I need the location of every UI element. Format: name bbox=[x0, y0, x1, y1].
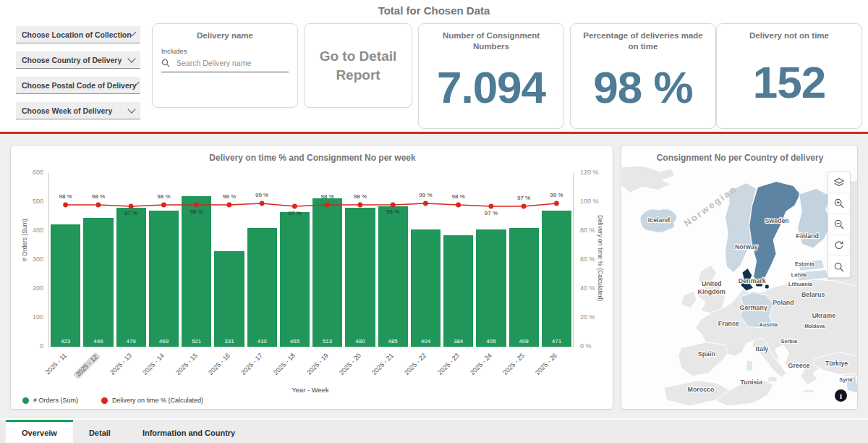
map-country-label: Moldova bbox=[804, 324, 825, 329]
point-value-label: 98 % bbox=[218, 193, 240, 200]
kpi-delivery-not-on-time: Delivery not on time 152 bbox=[716, 23, 862, 129]
point-value-label: 98 % bbox=[317, 193, 339, 200]
line-point[interactable] bbox=[358, 203, 363, 208]
x-tick-label[interactable]: 2025 - 13 bbox=[98, 352, 133, 387]
line-point[interactable] bbox=[161, 203, 166, 208]
line-series bbox=[49, 173, 573, 347]
x-tick-label[interactable]: 2025 - 16 bbox=[195, 352, 231, 387]
delivery-name-search-input[interactable] bbox=[175, 58, 286, 68]
x-tick-label[interactable]: 2025 - 15 bbox=[163, 352, 198, 387]
x-tick-label[interactable]: 2025 - 14 bbox=[130, 352, 166, 387]
line-point[interactable] bbox=[227, 203, 232, 208]
tab-detail[interactable]: Detail bbox=[73, 420, 127, 443]
x-tick-label[interactable]: 2025 - 22 bbox=[392, 352, 427, 387]
point-value-label: 97 % bbox=[284, 210, 305, 216]
filter-label: Choose Country of Delivery bbox=[22, 56, 122, 64]
filter-label: Choose Week of Delivery bbox=[22, 106, 112, 115]
left-axis-tick: 100 bbox=[14, 314, 43, 321]
legend-item-orders[interactable]: # Orders (Sum) bbox=[22, 397, 78, 404]
sheet-tabbar: Overveiw Detail Information and Country bbox=[0, 418, 868, 443]
map-panel: Consignment No per Country of delivery bbox=[621, 145, 858, 410]
filter-postal-code-of-delivery[interactable]: Choose Postal Code of Delivery bbox=[16, 77, 140, 94]
reset-view-icon[interactable] bbox=[828, 235, 850, 256]
map-country-label: Greece bbox=[788, 362, 810, 369]
layers-icon[interactable] bbox=[828, 172, 850, 193]
point-value-label: 97 % bbox=[120, 210, 142, 216]
line-point[interactable] bbox=[129, 204, 134, 209]
delivery-name-title: Delivery name bbox=[153, 24, 297, 41]
line-point[interactable] bbox=[391, 203, 396, 208]
line-point[interactable] bbox=[522, 204, 527, 209]
point-value-label: 99 % bbox=[545, 192, 567, 198]
line-point[interactable] bbox=[554, 201, 559, 206]
line-point[interactable] bbox=[325, 203, 330, 208]
tab-label: Detail bbox=[89, 429, 111, 437]
line-point[interactable] bbox=[96, 203, 101, 208]
x-tick-label[interactable]: 2025 - 17 bbox=[229, 352, 264, 387]
line-point[interactable] bbox=[292, 204, 297, 209]
go-to-detail-report-label: Go to Detail Report bbox=[305, 47, 412, 84]
search-icon[interactable] bbox=[828, 256, 850, 277]
denmark-islands[interactable] bbox=[765, 284, 769, 289]
map-country-label: France bbox=[718, 320, 739, 327]
right-axis-tick: 120 % bbox=[580, 169, 615, 176]
x-tick-label[interactable]: 2025 - 18 bbox=[261, 352, 297, 387]
left-axis-tick: 200 bbox=[14, 285, 43, 292]
x-tick-label[interactable]: 2025 - 23 bbox=[425, 352, 460, 387]
x-tick-label[interactable]: 2025 - 26 bbox=[523, 352, 558, 387]
x-tick-label[interactable]: 2025 - 24 bbox=[457, 352, 493, 387]
kpi-value: 7.094 bbox=[419, 52, 563, 128]
x-tick-label[interactable]: 2025 - 21 bbox=[359, 352, 395, 387]
tab-overview[interactable]: Overveiw bbox=[6, 420, 73, 443]
tab-information-and-country[interactable]: Information and Country bbox=[127, 420, 251, 443]
x-tick-label[interactable]: 2025 - 11 bbox=[32, 352, 67, 387]
kpi-value: 152 bbox=[717, 41, 861, 128]
filter-location-of-collection[interactable]: Choose Location of Collection bbox=[16, 26, 140, 43]
line-point[interactable] bbox=[423, 201, 428, 206]
map-country-label: Poland bbox=[773, 299, 793, 306]
point-value-label: 98 % bbox=[382, 208, 404, 215]
x-tick-label[interactable]: 2025 - 25 bbox=[490, 352, 526, 387]
map-country-label: Italy bbox=[756, 345, 769, 353]
left-axis-tick: 300 bbox=[14, 256, 43, 263]
map-country-label: United bbox=[702, 280, 721, 287]
line-point[interactable] bbox=[260, 201, 265, 206]
x-tick-label[interactable]: 2025 - 12 bbox=[64, 352, 100, 387]
x-tick-label[interactable]: 2025 - 20 bbox=[326, 352, 362, 387]
filter-week-of-delivery[interactable]: Choose Week of Delivery bbox=[16, 102, 140, 119]
zoom-out-icon[interactable] bbox=[828, 214, 850, 235]
line-point[interactable] bbox=[489, 204, 494, 209]
filter-label: Choose Postal Code of Delivery bbox=[22, 81, 137, 90]
map-country-label: Finland bbox=[796, 232, 819, 240]
delivery-name-panel: Delivery name Includes bbox=[152, 23, 298, 108]
point-value-label: 97 % bbox=[513, 195, 535, 201]
left-axis-title: # Orders (Sum) bbox=[21, 219, 28, 261]
chevron-down-icon bbox=[127, 105, 135, 113]
europe-map[interactable]: Norwegian IcelandSwedenNorwayFinlandEsto… bbox=[621, 166, 858, 406]
kpi-consignment-numbers: Number of Consignment Numbers 7.094 bbox=[418, 23, 564, 129]
x-tick-label[interactable]: 2025 - 19 bbox=[294, 352, 329, 387]
map-country-label: Norway bbox=[735, 243, 758, 250]
kpi-deliveries-on-time-pct: Percentage of deliveries made on time 98… bbox=[570, 23, 716, 129]
line-point[interactable] bbox=[456, 203, 461, 208]
line-point[interactable] bbox=[63, 203, 68, 208]
right-axis-tick: 0 % bbox=[580, 343, 615, 350]
go-to-detail-report-button[interactable]: Go to Detail Report bbox=[304, 23, 412, 108]
kpi-title: Percentage of deliveries made on time bbox=[571, 24, 715, 52]
info-icon[interactable]: i bbox=[835, 389, 847, 402]
map-country-label: Spain bbox=[698, 350, 715, 358]
map-country-label: Lithuania bbox=[788, 281, 813, 287]
map-country-label: Morocco bbox=[688, 386, 715, 393]
legend-label: Delivery on time % (Calculated) bbox=[112, 397, 203, 404]
point-value-label: 99 % bbox=[414, 192, 436, 198]
kpi-value: 98 % bbox=[571, 52, 715, 128]
chevron-down-icon bbox=[127, 54, 135, 62]
island-sicily bbox=[767, 377, 777, 382]
line-point[interactable] bbox=[194, 203, 199, 208]
legend-dot-green bbox=[22, 397, 29, 404]
chart-legend: # Orders (Sum) Delivery on time % (Calcu… bbox=[22, 397, 203, 404]
includes-label: Includes bbox=[161, 47, 297, 55]
filter-country-of-delivery[interactable]: Choose Country of Delivery bbox=[16, 51, 140, 69]
zoom-in-icon[interactable] bbox=[828, 193, 850, 214]
legend-item-on-time[interactable]: Delivery on time % (Calculated) bbox=[101, 397, 203, 404]
